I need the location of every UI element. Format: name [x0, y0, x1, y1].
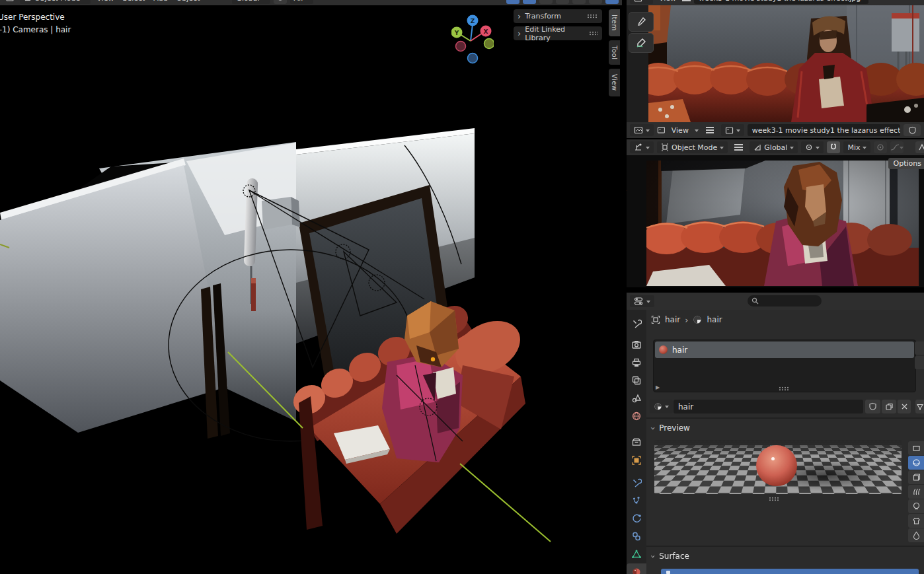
tab-scene-icon[interactable] [627, 390, 646, 406]
browse-material-button[interactable] [650, 400, 673, 413]
search-input[interactable] [761, 295, 814, 307]
tab-world-icon[interactable] [627, 408, 646, 424]
menu-object[interactable]: Object [174, 0, 203, 3]
tab-material-icon[interactable] [627, 563, 646, 574]
unlink-x-icon[interactable] [898, 400, 911, 413]
properties-search[interactable] [748, 295, 822, 306]
sidebar-expand-arrow[interactable]: › [627, 184, 627, 196]
sidebar-tab-view[interactable]: View [609, 69, 620, 96]
viewport2-canvas[interactable]: Options › [627, 155, 924, 287]
editor-type-button[interactable] [630, 141, 654, 153]
preview-resize-handle[interactable] [769, 497, 780, 501]
panel-drag-handle[interactable] [587, 14, 598, 18]
show-gizmo-toggle[interactable] [506, 0, 520, 4]
preview-type-shaderball-button[interactable] [908, 499, 924, 513]
image-view-menu[interactable]: View [669, 126, 691, 135]
menu-select[interactable]: Select [120, 0, 147, 3]
image-name-field[interactable]: week3-1 movie study1 the lazarus effect.… [694, 0, 868, 4]
image-editor-canvas[interactable] [627, 5, 924, 122]
options-button[interactable]: Options [888, 158, 924, 169]
gizmo-minus-y-axis[interactable] [484, 39, 494, 49]
panel-drag-handle[interactable] [589, 31, 598, 36]
image-icon [725, 126, 734, 135]
overflow-chevron-icon[interactable] [499, 0, 503, 2]
editor-type-button[interactable] [630, 0, 653, 4]
proportional-falloff-dropdown[interactable] [890, 141, 904, 153]
hamburger-icon[interactable] [734, 147, 743, 148]
sample-tool-button[interactable] [629, 12, 654, 32]
tab-modifiers-icon[interactable] [627, 474, 646, 491]
breadcrumb-object[interactable]: hair [665, 315, 680, 324]
tab-view-layer-icon[interactable] [627, 372, 646, 388]
sidebar-tab-tool[interactable]: Tool [609, 40, 620, 65]
panel-edit-linked-library[interactable]: › Edit Linked Library [514, 26, 602, 40]
browse-image-button[interactable] [721, 124, 744, 136]
material-slot-row[interactable]: hair [655, 341, 914, 358]
navigation-gizmo[interactable]: Z Y X [451, 10, 494, 64]
viewport-3d-main[interactable]: Object Mode View Select Add Object Globa… [0, 0, 622, 574]
shading-solid-toggle[interactable] [572, 0, 586, 4]
shading-wireframe-toggle[interactable] [556, 0, 569, 4]
tab-collection-icon[interactable] [627, 433, 646, 450]
proportional-editing-toggle[interactable] [874, 141, 887, 153]
orientation-label: Global [764, 143, 787, 152]
orientation-dropdown[interactable]: Global [750, 141, 798, 153]
add-slot-button[interactable] [915, 341, 924, 355]
preview-type-flat-button[interactable] [908, 441, 924, 455]
panel-transform[interactable]: › Transform [514, 9, 602, 23]
orientation-dropdown[interactable]: Global [232, 0, 270, 4]
menu-view[interactable]: View [94, 0, 116, 3]
slot-list-drag-handle[interactable] [779, 386, 790, 391]
snap-magnet-icon[interactable] [827, 141, 840, 153]
gizmo-minus-z-axis[interactable] [468, 54, 478, 63]
clipped-header-icon[interactable] [915, 141, 924, 153]
preview-type-sphere-button[interactable] [908, 456, 924, 470]
tab-object-data-icon[interactable] [627, 546, 646, 562]
preview-type-cloth-button[interactable] [908, 514, 924, 528]
blender-menu-icon[interactable] [3, 0, 17, 4]
hamburger-icon[interactable] [706, 129, 714, 131]
tab-tool-icon[interactable] [627, 315, 646, 332]
shading-rendered-toggle[interactable] [605, 0, 619, 4]
object-mode-icon [661, 143, 669, 151]
gizmo-minus-x-axis[interactable] [456, 42, 466, 52]
shading-material-toggle[interactable] [589, 0, 602, 4]
remove-slot-button[interactable] [915, 356, 924, 369]
tab-render-icon[interactable] [627, 336, 646, 353]
show-overlays-toggle[interactable] [523, 0, 536, 4]
slot-specials-arrow[interactable]: ▶ [656, 384, 660, 390]
material-name-field[interactable] [674, 400, 863, 413]
preview-type-cube-button[interactable] [908, 470, 924, 484]
mode-dropdown[interactable]: Object Mode [20, 0, 91, 4]
breadcrumb-material[interactable]: hair [707, 315, 722, 324]
snap-magnet-icon[interactable] [274, 0, 287, 4]
tab-object-icon[interactable] [627, 452, 646, 468]
camera-render-preview [646, 161, 919, 286]
editor-type-button[interactable] [630, 295, 654, 307]
pivot-point-dropdown[interactable] [801, 141, 824, 153]
xray-toggle[interactable] [539, 0, 553, 4]
snap-target-dropdown[interactable]: All [290, 0, 314, 4]
surface-panel-header[interactable]: › Surface [652, 552, 689, 561]
annotate-tool-button[interactable] [629, 33, 654, 53]
menu-add[interactable]: Add [151, 0, 170, 3]
sidebar-tab-item[interactable]: Item [609, 9, 620, 36]
pin-id-icon[interactable] [915, 400, 924, 413]
tab-particles-icon[interactable] [627, 492, 646, 509]
fake-user-shield-icon[interactable] [865, 400, 880, 413]
tab-physics-icon[interactable] [627, 510, 646, 526]
snap-with-dropdown[interactable]: Mix [843, 141, 870, 153]
preview-panel-header[interactable]: › Preview [652, 423, 690, 433]
image-view-menu[interactable]: View [656, 0, 679, 3]
preview-type-hair-button[interactable] [908, 485, 924, 499]
tab-constraints-icon[interactable] [627, 528, 646, 544]
editor-type-button[interactable] [630, 124, 654, 136]
tab-output-icon[interactable] [627, 354, 646, 371]
material-slot-list[interactable]: hair [653, 340, 916, 392]
image-name-field[interactable]: week3-1 movie study1 the lazarus effect.… [748, 124, 900, 136]
preview-type-fluid-button[interactable] [908, 528, 924, 542]
use-nodes-button[interactable] [661, 569, 919, 574]
copy-material-icon[interactable] [882, 400, 896, 413]
mode-dropdown[interactable]: Object Mode [657, 141, 728, 153]
fake-user-shield-icon[interactable] [904, 124, 921, 136]
